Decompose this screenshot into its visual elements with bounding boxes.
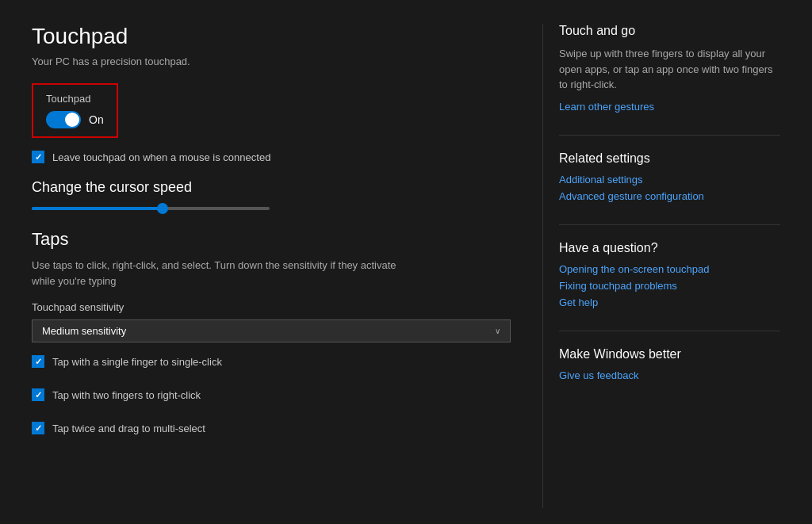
touch-and-go-desc: Swipe up with three fingers to display a… [559, 46, 780, 93]
chevron-down-icon: ∨ [495, 327, 500, 335]
make-windows-better-title: Make Windows better [559, 347, 780, 361]
touch-and-go-section: Touch and go Swipe up with three fingers… [559, 24, 780, 113]
sensitivity-dropdown[interactable]: Medium sensitivity ∨ [32, 319, 511, 342]
tap-two-checkbox[interactable] [32, 388, 44, 401]
sensitivity-label: Touchpad sensitivity [32, 301, 511, 313]
page-title: Touchpad [32, 24, 511, 49]
page-subtitle: Your PC has a precision touchpad. [32, 55, 511, 67]
touchpad-toggle-state: On [89, 113, 104, 126]
make-windows-better-section: Make Windows better Give us feedback [559, 347, 780, 381]
taps-checkboxes: Tap with a single finger to single-click… [32, 355, 511, 446]
touch-and-go-title: Touch and go [559, 24, 780, 38]
related-settings-section: Related settings Additional settings Adv… [559, 151, 780, 202]
additional-settings-link[interactable]: Additional settings [559, 174, 780, 186]
touchpad-toggle-label: Touchpad [46, 93, 104, 105]
cursor-speed-title: Change the cursor speed [32, 179, 511, 196]
divider-3 [559, 331, 780, 331]
tap-twice-row: Tap twice and drag to multi-select [32, 422, 511, 434]
have-a-question-title: Have a question? [559, 241, 780, 255]
tap-twice-checkbox[interactable] [32, 422, 44, 434]
sensitivity-selected: Medium sensitivity [42, 325, 126, 337]
get-help-link[interactable]: Get help [559, 296, 780, 308]
tap-single-label: Tap with a single finger to single-click [52, 356, 222, 368]
learn-gestures-link[interactable]: Learn other gestures [559, 101, 780, 113]
fixing-touchpad-link[interactable]: Fixing touchpad problems [559, 280, 780, 292]
touchpad-toggle-box: Touchpad On [32, 83, 118, 138]
related-settings-title: Related settings [559, 151, 780, 166]
tap-two-row: Tap with two fingers to right-click [32, 388, 511, 401]
touchpad-toggle-switch[interactable] [46, 111, 81, 128]
taps-description: Use taps to click, right-click, and sele… [32, 258, 412, 289]
have-a-question-section: Have a question? Opening the on-screen t… [559, 241, 780, 308]
divider-1 [559, 135, 780, 136]
give-feedback-link[interactable]: Give us feedback [559, 369, 780, 381]
divider-2 [559, 224, 780, 225]
slider-fill [32, 207, 163, 210]
tap-single-row: Tap with a single finger to single-click [32, 355, 511, 368]
leave-mouse-row: Leave touchpad on when a mouse is connec… [32, 151, 511, 163]
slider-thumb[interactable] [157, 203, 168, 214]
tap-twice-label: Tap twice and drag to multi-select [52, 423, 205, 434]
tap-two-label: Tap with two fingers to right-click [52, 389, 201, 401]
taps-title: Taps [32, 229, 511, 250]
cursor-speed-track[interactable] [32, 207, 270, 210]
leave-mouse-checkbox[interactable] [32, 151, 44, 163]
tap-single-checkbox[interactable] [32, 355, 44, 368]
advanced-gesture-link[interactable]: Advanced gesture configuration [559, 190, 780, 202]
on-screen-touchpad-link[interactable]: Opening the on-screen touchpad [559, 263, 780, 275]
leave-mouse-label: Leave touchpad on when a mouse is connec… [52, 151, 270, 163]
